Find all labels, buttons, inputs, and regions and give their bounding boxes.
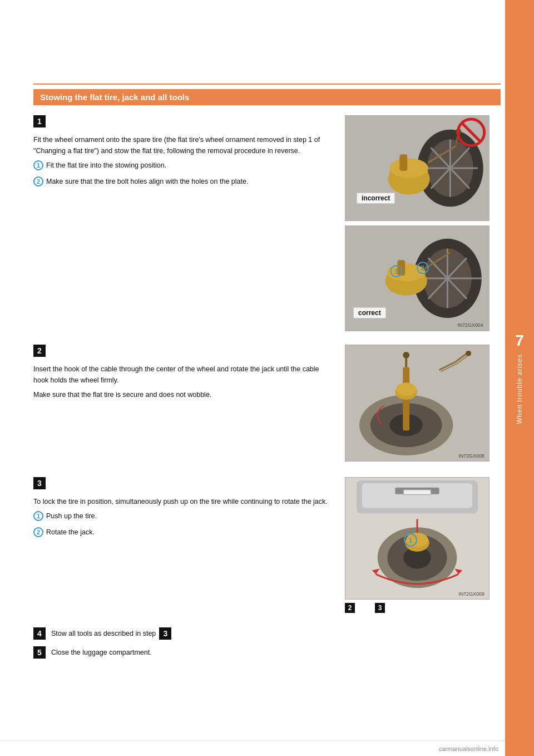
svg-rect-10 bbox=[399, 154, 407, 171]
svg-text:IN72GX004: IN72GX004 bbox=[457, 322, 483, 328]
diagram-step2-inner: IN72GX008 bbox=[345, 345, 489, 461]
step-1-sub2-text: Make sure that the tire bolt holes align… bbox=[46, 176, 248, 187]
step-1-sub1-num: 1 bbox=[33, 160, 43, 170]
fig-num-2: 2 bbox=[345, 603, 355, 613]
svg-rect-47 bbox=[362, 483, 472, 508]
svg-text:1: 1 bbox=[409, 537, 413, 544]
diagram-correct-inner: 1 2 IN72GX004 correct bbox=[345, 226, 489, 331]
diagram-correct: 1 2 IN72GX004 correct bbox=[345, 225, 490, 331]
diagram-step3-inner: 1 IN72GX009 bbox=[345, 478, 489, 599]
sidebar-chapter-title: When trouble arises bbox=[516, 354, 523, 424]
step-4-ref: 3 bbox=[159, 627, 171, 640]
step-3-sub2: 2 Rotate the jack. bbox=[33, 527, 335, 541]
step-3-sub1-text: Push up the tire. bbox=[46, 510, 97, 522]
svg-point-40 bbox=[396, 382, 416, 396]
svg-point-9 bbox=[390, 158, 428, 178]
svg-rect-49 bbox=[403, 490, 431, 495]
fig-cap-3: 3 bbox=[375, 603, 387, 616]
step-5-number: 5 bbox=[33, 646, 46, 659]
diagram-step2: IN72GX008 bbox=[345, 345, 490, 462]
step-1-left: 1 Fit the wheel ornament onto the spare … bbox=[33, 115, 345, 192]
svg-text:2: 2 bbox=[421, 264, 425, 272]
top-rule bbox=[33, 84, 501, 85]
step-1-sub1-text: Fit the flat tire into the stowing posit… bbox=[46, 160, 166, 171]
svg-text:IN72GX009: IN72GX009 bbox=[458, 591, 484, 597]
step-2-row: 2 Insert the hook of the cable through t… bbox=[33, 345, 501, 466]
sidebar-chapter-number: 7 bbox=[515, 332, 524, 350]
step-3-sub2-num: 2 bbox=[33, 527, 43, 537]
step-3-sub2-text: Rotate the jack. bbox=[46, 527, 95, 538]
step-1-sub1: 1 Fit the flat tire into the stowing pos… bbox=[33, 160, 335, 174]
right-sidebar: 7 When trouble arises bbox=[505, 0, 534, 756]
step-4-text: Stow all tools as described in step bbox=[51, 628, 156, 639]
svg-point-43 bbox=[466, 351, 471, 356]
svg-text:1: 1 bbox=[394, 268, 398, 276]
step-5-container: 5 Close the luggage compartment. bbox=[33, 646, 501, 662]
step-5-text: Close the luggage compartment. bbox=[51, 647, 152, 658]
step45-row: 4 Stow all tools as described in step 3 bbox=[33, 627, 501, 643]
step-3-right: 1 IN72GX009 2 bbox=[345, 477, 501, 616]
fig-captions: 2 3 bbox=[345, 603, 501, 616]
step-1-sub2-num: 2 bbox=[33, 176, 43, 186]
step-3-sub1: 1 Push up the tire. bbox=[33, 510, 335, 525]
step-1-number: 1 bbox=[33, 115, 46, 127]
step-2-subtext: Make sure that the flat tire is secure a… bbox=[33, 389, 335, 400]
step-2-number: 2 bbox=[33, 345, 46, 357]
step-2-text: Insert the hook of the cable through the… bbox=[33, 364, 335, 386]
diagram-incorrect-inner: incorrect bbox=[345, 116, 489, 220]
svg-point-42 bbox=[403, 352, 409, 359]
step-1-text: Fit the wheel ornament onto the spare ti… bbox=[33, 134, 335, 156]
step-4-container: 4 Stow all tools as described in step 3 bbox=[33, 627, 174, 643]
step-3-left: 3 To lock the tire in position, simultan… bbox=[33, 477, 345, 543]
bottom-bar: carmanualsonline.info bbox=[0, 740, 505, 756]
bottom-url: carmanualsonline.info bbox=[439, 745, 498, 752]
diagram-step3: 1 IN72GX009 bbox=[345, 477, 490, 600]
step-4-number: 4 bbox=[33, 627, 46, 640]
main-content: Stowing the flat tire, jack and all tool… bbox=[33, 89, 501, 684]
step-3-sub1-num: 1 bbox=[33, 511, 43, 521]
diagram-incorrect: incorrect bbox=[345, 115, 490, 221]
fig-num-3: 3 bbox=[375, 603, 385, 613]
step-3-number: 3 bbox=[33, 477, 46, 489]
step-2-right: IN72GX008 bbox=[345, 345, 501, 466]
svg-text:IN72GX008: IN72GX008 bbox=[458, 453, 484, 459]
step-1-right: incorrect bbox=[345, 115, 501, 333]
step-1-sub2: 2 Make sure that the tire bolt holes ali… bbox=[33, 176, 335, 190]
label-incorrect: incorrect bbox=[357, 193, 395, 204]
step-3-row: 3 To lock the tire in position, simultan… bbox=[33, 477, 501, 616]
step-3-text: To lock the tire in position, simultaneo… bbox=[33, 496, 335, 507]
step-2-left: 2 Insert the hook of the cable through t… bbox=[33, 345, 345, 404]
step-1-row: 1 Fit the wheel ornament onto the spare … bbox=[33, 115, 501, 333]
fig-cap-2: 2 bbox=[345, 603, 357, 616]
svg-point-28 bbox=[448, 249, 453, 253]
label-correct: correct bbox=[353, 307, 386, 318]
section-header: Stowing the flat tire, jack and all tool… bbox=[33, 89, 501, 105]
